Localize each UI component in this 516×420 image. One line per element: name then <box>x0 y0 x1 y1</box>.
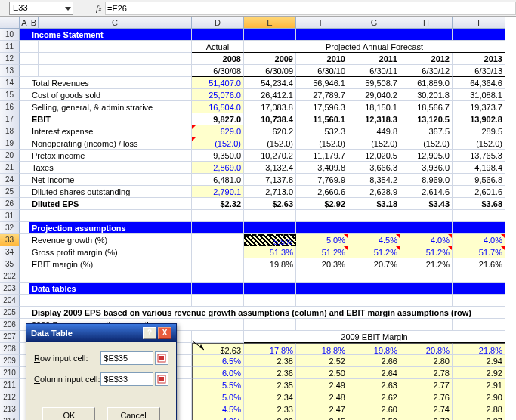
dt-cell[interactable]: 2.50 <box>296 367 348 379</box>
data-cell[interactable]: 2,713.0 <box>244 186 296 198</box>
data-cell[interactable]: 51.2% <box>348 246 400 258</box>
data-cell[interactable]: 51.7% <box>453 246 505 258</box>
row-26[interactable]: 26 <box>0 198 20 210</box>
dt-cell[interactable]: 2.77 <box>400 379 453 391</box>
row-33[interactable]: 33 <box>0 234 20 246</box>
data-cell[interactable]: 12,318.3 <box>348 113 400 125</box>
row-204[interactable]: 204 <box>0 295 20 307</box>
data-cell[interactable]: $3.18 <box>348 198 400 210</box>
dt-row-hdr[interactable]: 4.0% <box>192 415 244 420</box>
row-207[interactable]: 207 <box>0 331 20 343</box>
row-20[interactable]: 20 <box>0 150 20 162</box>
data-cell[interactable]: 2,869.0 <box>192 162 244 174</box>
data-cell[interactable]: 25,076.0 <box>192 89 244 101</box>
dt-cell[interactable]: 2.78 <box>400 367 453 379</box>
col-H[interactable]: H <box>400 17 453 29</box>
dt-cell[interactable]: 2.88 <box>453 403 505 415</box>
data-cell[interactable]: 620.2 <box>244 125 296 137</box>
data-cell[interactable]: (152.0) <box>296 137 348 150</box>
row-35[interactable]: 35 <box>0 258 20 270</box>
data-cell[interactable]: 4.0% <box>453 234 505 246</box>
dt-cell[interactable]: 2.36 <box>244 367 296 379</box>
col-F[interactable]: F <box>296 17 348 29</box>
row-206[interactable]: 206 <box>0 319 20 331</box>
data-cell[interactable]: 21.2% <box>400 258 453 270</box>
data-cell[interactable]: $2.32 <box>192 198 244 210</box>
row-10[interactable]: 10 <box>0 29 20 41</box>
data-cell[interactable]: 19,373.7 <box>453 101 505 113</box>
data-cell[interactable]: 12,020.5 <box>348 150 400 162</box>
data-cell[interactable]: 5.0% <box>296 234 348 246</box>
row-18[interactable]: 18 <box>0 125 20 137</box>
data-cell[interactable]: 51.2% <box>296 246 348 258</box>
dt-cell[interactable]: 2.49 <box>296 379 348 391</box>
row-212[interactable]: 212 <box>0 391 20 403</box>
data-cell[interactable]: 2,660.6 <box>296 186 348 198</box>
data-cell[interactable]: 7,769.9 <box>296 174 348 186</box>
row-209[interactable]: 209 <box>0 355 20 367</box>
row-13[interactable]: 13 <box>0 65 20 77</box>
cancel-button[interactable]: Cancel <box>107 407 160 420</box>
dt-col-hdr[interactable]: 20.8% <box>400 343 453 355</box>
row-11[interactable]: 11 <box>0 41 20 53</box>
data-cell[interactable]: 18,150.1 <box>348 101 400 113</box>
data-cell[interactable]: (152.0) <box>453 137 505 150</box>
col-D[interactable]: D <box>192 17 244 29</box>
dialog-titlebar[interactable]: Data Table ? X <box>26 324 176 342</box>
range-picker-icon[interactable] <box>155 372 168 386</box>
dt-row-hdr[interactable]: 5.5% <box>192 379 244 391</box>
row-21[interactable]: 21 <box>0 162 20 174</box>
row-214[interactable]: 214 <box>0 415 20 420</box>
dt-cell[interactable]: 2.76 <box>400 391 453 403</box>
data-cell[interactable]: (152.0) <box>192 137 244 150</box>
data-cell[interactable]: 3,409.8 <box>296 162 348 174</box>
data-cell[interactable]: 629.0 <box>192 125 244 137</box>
data-cell[interactable]: 21.6% <box>453 258 505 270</box>
dt-cell[interactable]: 2.73 <box>400 415 453 420</box>
data-cell[interactable]: 61,889.0 <box>400 77 453 89</box>
data-cell[interactable]: 13,902.8 <box>453 113 505 125</box>
data-cell[interactable]: 449.8 <box>348 125 400 137</box>
dt-col-hdr[interactable]: 21.8% <box>453 343 505 355</box>
col-E[interactable]: E <box>244 17 296 29</box>
data-cell[interactable]: 17,083.8 <box>244 101 296 113</box>
data-cell[interactable]: 13,120.5 <box>400 113 453 125</box>
dt-cell[interactable]: 2.94 <box>453 355 505 367</box>
dt-cell[interactable]: 2.66 <box>348 355 400 367</box>
dt-cell[interactable]: 2.74 <box>400 403 453 415</box>
data-cell[interactable]: 20.3% <box>296 258 348 270</box>
selected-cell-e33[interactable]: 5.5% <box>244 234 296 246</box>
data-cell[interactable]: (152.0) <box>400 137 453 150</box>
data-cell[interactable]: 11,560.1 <box>296 113 348 125</box>
data-cell[interactable]: 54,234.4 <box>244 77 296 89</box>
data-cell[interactable]: 2,601.6 <box>453 186 505 198</box>
formula-input[interactable]: =E26 <box>105 2 516 15</box>
data-cell[interactable]: 59,508.7 <box>348 77 400 89</box>
data-cell[interactable]: 3,132.4 <box>244 162 296 174</box>
row-32[interactable]: 32 <box>0 222 20 234</box>
col-I[interactable]: I <box>453 17 505 29</box>
data-cell[interactable]: 26,412.1 <box>244 89 296 101</box>
data-cell[interactable]: 6,481.0 <box>192 174 244 186</box>
dt-cell[interactable]: 2.35 <box>244 379 296 391</box>
row-34[interactable]: 34 <box>0 246 20 258</box>
data-cell[interactable]: $2.92 <box>296 198 348 210</box>
row-203[interactable]: 203 <box>0 283 20 295</box>
data-cell[interactable]: 10,270.2 <box>244 150 296 162</box>
data-cell[interactable]: 4.5% <box>348 234 400 246</box>
dt-cell[interactable]: 2.59 <box>348 415 400 420</box>
data-cell[interactable]: 10,738.4 <box>244 113 296 125</box>
data-cell[interactable]: (152.0) <box>348 137 400 150</box>
row-25[interactable]: 25 <box>0 186 20 198</box>
data-cell[interactable]: (152.0) <box>244 137 296 150</box>
data-cell[interactable]: 9,350.0 <box>192 150 244 162</box>
dt-cell[interactable]: 2.48 <box>296 391 348 403</box>
col-C[interactable]: C <box>39 17 192 29</box>
row-input-cell[interactable] <box>100 351 153 365</box>
data-cell[interactable]: 367.5 <box>400 125 453 137</box>
data-cell[interactable]: 29,040.2 <box>348 89 400 101</box>
data-cell[interactable]: 27,789.7 <box>296 89 348 101</box>
data-cell[interactable]: 7,137.8 <box>244 174 296 186</box>
col-G[interactable]: G <box>348 17 400 29</box>
data-cell[interactable]: $3.43 <box>400 198 453 210</box>
